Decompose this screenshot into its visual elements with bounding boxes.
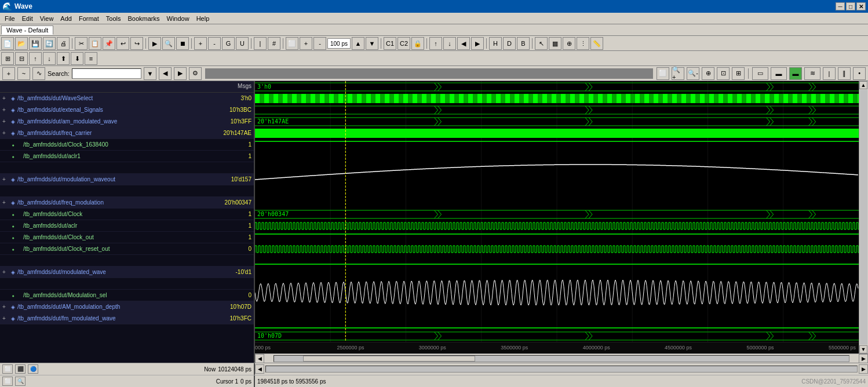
zoom-fit-btn[interactable]: ⬜ [657,67,669,80]
cursor-icon2[interactable]: 🔍 [15,377,25,386]
wave-up-btn[interactable]: ↑ [429,37,442,50]
expand-btn[interactable]: + [0,130,8,136]
align-btn[interactable]: ≡ [85,52,97,65]
signal-row[interactable]: ⬥/tb_amfmdds/dut/Clock1 [0,209,254,220]
prev-edge-btn[interactable]: ◀ [457,37,470,50]
fmt-hex-btn[interactable]: H [489,37,502,50]
signal-row[interactable]: ⬥/tb_amfmdds/dut/aclr11 [0,151,254,162]
wf-marker3-btn[interactable]: ⦁ [853,67,866,80]
scroll-left-btn[interactable]: ◀ [255,354,264,363]
scroll-track-v[interactable] [860,90,867,345]
status-icon3[interactable]: 🔵 [28,364,38,374]
lock-btn[interactable]: 🔒 [411,37,424,50]
zoom-select-btn[interactable]: ⊕ [702,67,714,80]
wf-style4-btn[interactable]: ≋ [804,67,820,80]
new-btn[interactable]: 📄 [1,37,14,50]
time-step-down[interactable]: ▼ [366,37,378,50]
wf-style2-btn[interactable]: ▬ [771,67,787,80]
zoom-out-btn2[interactable]: 🔍- [687,67,699,80]
search-options-btn[interactable]: ⚙ [189,67,202,80]
zoom-in-btn2[interactable]: 🔍+ [672,67,684,80]
status-icon1[interactable]: ⬜ [2,364,13,374]
expand-btn[interactable]: + [0,269,8,275]
wf-style1-btn[interactable]: ▭ [752,67,768,80]
signal-row[interactable] [0,255,254,266]
menu-file[interactable]: File [1,14,19,23]
menu-view[interactable]: View [37,14,57,23]
wf-marker1-btn[interactable]: | [823,67,836,80]
zoom-out-btn[interactable]: - [313,37,326,50]
vertical-scrollbar[interactable]: ▲ ▼ [859,81,868,353]
cursor2-btn[interactable]: C2 [397,37,410,50]
select-btn[interactable]: ▦ [549,37,561,50]
maximize-button[interactable]: □ [846,2,855,10]
search-val-btn[interactable]: ∿ [32,67,45,80]
cursor-icon1[interactable]: ⬜ [2,377,13,386]
signal-row[interactable]: +◈/tb_amfmdds/dut/am_modulated_wave10'h3… [0,116,254,127]
signal-row[interactable]: +◈/tb_amfmdds/dut/AM_modulation_depth10'… [0,301,254,313]
play-btn[interactable]: ▶ [148,37,161,50]
fmt-dec-btn[interactable]: D [503,37,516,50]
expand-btn[interactable]: + [0,107,8,113]
insert-comment-btn[interactable]: # [268,37,280,50]
scroll-up-btn[interactable]: ▲ [859,81,867,89]
zoom-in-btn[interactable]: + [300,37,312,50]
signal-del-btn[interactable]: - [208,37,221,50]
zoom-full-btn[interactable]: ⬜ [286,37,298,50]
menu-tools[interactable]: Tools [103,14,125,23]
expand-btn[interactable]: + [0,95,8,101]
wf-style3-btn[interactable]: ▬ [789,67,802,80]
signal-row[interactable]: ⬥/tb_amfmdds/dut/Clock_16384001 [0,139,254,151]
fmt-bin-btn[interactable]: B [517,37,530,50]
menu-format[interactable]: Format [75,14,103,23]
signal-row[interactable] [0,185,254,197]
insert-div-btn[interactable]: | [254,37,267,50]
signal-row[interactable]: ⬥/tb_amfmdds/dut/Modulation_sel0 [0,290,254,301]
expand-btn[interactable]: + [0,304,8,310]
paste-btn[interactable]: 📌 [103,37,115,50]
search-sig-btn[interactable]: ~ [17,67,30,80]
menu-window[interactable]: Window [163,14,193,23]
signal-scroll[interactable]: +◈/tb_amfmdds/dut/WaveSelect3'h0+◈/tb_am… [0,93,254,363]
zoom-full2-btn[interactable]: ⊞ [732,67,745,80]
waveform-canvas[interactable] [255,81,859,342]
time-step-up[interactable]: ▲ [352,37,364,50]
h-scroll-left[interactable]: ◀ [255,364,264,374]
zoom-region-btn[interactable]: ⊕ [563,37,575,50]
menu-add[interactable]: Add [57,14,75,23]
cursor-arrow-btn[interactable]: ↖ [535,37,548,50]
snap-btn[interactable]: ⋮ [577,37,589,50]
stop-btn[interactable]: ⏹ [176,37,189,50]
signal-row[interactable]: ⬥/tb_amfmdds/dut/Clock_reset_out0 [0,243,254,255]
find-btn[interactable]: 🔍 [162,37,175,50]
horizontal-scrollbar[interactable]: ◀ ▶ [255,353,868,363]
menu-bookmarks[interactable]: Bookmarks [124,14,163,23]
signal-row[interactable]: +◈/tb_amfmdds/dut/WaveSelect3'h0 [0,93,254,104]
print-btn[interactable]: 🖨 [57,37,70,50]
refresh-btn[interactable]: 🔄 [43,37,56,50]
cut-btn[interactable]: ✂ [75,37,87,50]
undo-btn[interactable]: ↩ [116,37,129,50]
sig-move-dn-btn[interactable]: ⬇ [71,52,83,65]
signal-row[interactable]: +◈/tb_amfmdds/dut/extenal_Signals10'h3BC [0,104,254,116]
expand-btn[interactable]: + [0,199,8,206]
signal-row[interactable]: +◈/tb_amfmdds/dut/fm_modulated_wave10'h3… [0,313,254,324]
h-scroll-right[interactable]: ▶ [859,364,868,374]
hier-dn-btn[interactable]: ↓ [43,52,56,65]
search-next-btn[interactable]: ▶ [174,67,187,80]
hier-up-btn[interactable]: ↑ [29,52,42,65]
signal-row[interactable]: +◈/tb_amfmdds/dut/freq_carrier20'h147AE [0,127,254,139]
open-btn[interactable]: 📂 [15,37,28,50]
search-mode-btn[interactable]: + [2,67,15,80]
signal-row[interactable] [0,278,254,290]
cursor1-btn[interactable]: C1 [384,37,396,50]
scroll-track-h[interactable] [273,355,849,362]
signal-row[interactable]: ⬥/tb_amfmdds/dut/Clock_out1 [0,232,254,243]
redo-btn[interactable]: ↪ [130,37,143,50]
zoom-fit2-btn[interactable]: ⊡ [717,67,730,80]
search-dropdown-btn[interactable]: ▼ [144,67,156,80]
group-btn[interactable]: G [222,37,235,50]
collapse-btn[interactable]: ⊟ [15,52,28,65]
sig-move-up-btn[interactable]: ⬆ [57,52,70,65]
tab-wave-default[interactable]: Wave - Default [1,25,53,35]
